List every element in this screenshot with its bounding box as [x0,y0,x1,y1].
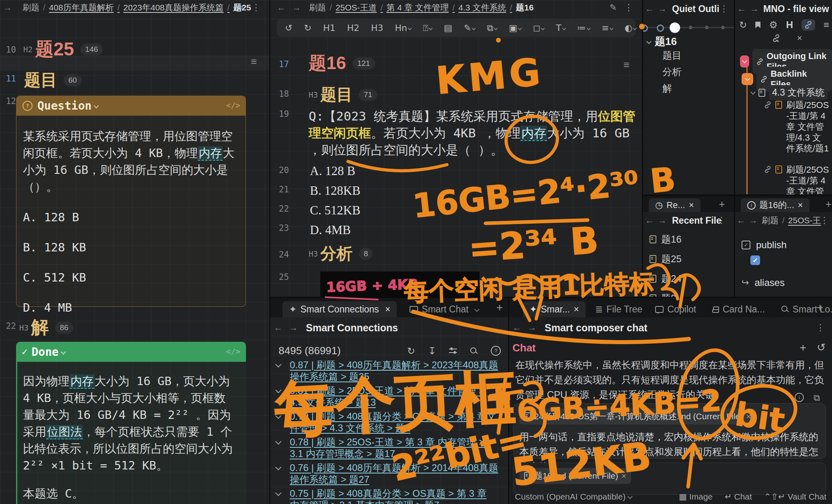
more-options-icon[interactable]: ⋮ [819,4,828,14]
forward-icon[interactable]: → [748,4,761,14]
list-icon[interactable]: ≡ [824,19,829,31]
remove-chip-icon[interactable]: × [746,412,751,421]
outline-root-row[interactable]: 题16 [647,35,677,49]
result-link[interactable]: 0.81 | 刷题 > 25OS-王道 > 第 4 章 文件管理 > 4.3 文… [290,385,499,408]
breadcrumb-segment[interactable]: 25OS-王 [788,216,821,225]
term-highlight[interactable]: 内存 [521,126,547,141]
outline-drag-icon[interactable]: ≡ [623,59,629,71]
heading-toggle-icon[interactable]: H [786,19,793,31]
history-icon[interactable]: ↺ [817,341,826,354]
vault-chat-action[interactable]: ⌃⇧↵ Vault Chat [764,492,826,502]
file-node[interactable]: 4.3 文件系统 [751,85,828,100]
close-icon[interactable]: × [385,304,390,315]
breadcrumb-segment[interactable]: 4.3 文件系统 [458,3,516,12]
remove-chip-icon[interactable]: × [621,471,626,481]
new-tab-icon[interactable]: + [817,301,823,314]
collapse-icon[interactable]: × [797,33,802,43]
forward-icon[interactable]: → [656,215,669,226]
breadcrumb-segment[interactable]: 第 4 章 文件管理 [386,3,458,12]
tab-smart-connections[interactable]: ✦ Smart Connections × [283,301,397,317]
filter-icon[interactable] [449,348,457,354]
more-options-icon[interactable]: ⋮ [624,2,633,13]
chevron-down-icon[interactable] [750,90,756,95]
outline-item[interactable]: 解 [662,82,682,95]
connection-result-item[interactable]: 0.79 | 刷题 > 408真题分类 > OS真题 > 第 4 章文件管理 >… [276,410,505,434]
chevron-down-icon[interactable] [276,462,290,469]
property-aliases[interactable]: ↪ aliases [742,277,785,288]
more-options-icon[interactable]: ⋮ [719,4,728,14]
chevron-down-icon[interactable] [276,488,290,495]
connection-result-item[interactable]: 0.78 | 刷题 > 25OS-王道 > 第 3 章 内存管理 > 3.1 内… [276,436,505,459]
forward-icon[interactable]: → [0,2,15,13]
tab-file-properties[interactable]: i 题16的... × [741,198,809,212]
link-mode-icon[interactable] [801,19,815,31]
tab-recent[interactable]: ◷ Re... × [649,198,701,212]
chevron-down-icon[interactable] [276,359,290,367]
outline-drag-icon[interactable]: ≡ [251,55,257,68]
back-icon[interactable]: ← [735,4,748,14]
toolbar-button[interactable]: ≔ [577,23,590,33]
term-highlight[interactable]: 内存 [198,146,223,161]
backlink-path[interactable]: 刷题/25OS-王道/第 4 章 文件管理/4.3 文件系统/题1 [786,100,830,154]
toolbar-button[interactable]: ▤ [444,23,452,33]
more-options-icon[interactable]: ⋮ [252,2,260,13]
tab-copilot[interactable]: Copilot [649,301,703,317]
breadcrumb-segment[interactable]: 408历年真题解析 [49,3,123,12]
toolbar-button[interactable]: ≡ [602,23,613,33]
term-highlight[interactable]: 位图法 [46,425,83,439]
recent-item[interactable]: 题16 [650,233,682,246]
bookmark-icon[interactable] [755,22,760,28]
forward-icon[interactable]: → [747,215,759,226]
toolbar-button[interactable]: T [556,23,565,33]
chevron-down-icon[interactable] [276,385,290,392]
refresh-icon[interactable]: ↻ [407,345,415,357]
recent-item[interactable]: 题24 [650,272,682,285]
toolbar-button[interactable]: H3 [371,23,383,33]
breadcrumb-segment[interactable]: 25OS-王道 [336,3,387,12]
toolbar-button[interactable]: ⧉ [487,23,497,33]
toolbar-button[interactable]: ↺ [285,23,292,33]
chat-input-card[interactable]: 题16.md (Current File) × [513,463,826,495]
code-edit-icon[interactable]: </> [226,347,240,356]
toolbar-button[interactable]: ⍰ [423,23,432,33]
chevron-down-icon[interactable] [276,410,290,418]
backlink-item[interactable]: 刷题/25OS-王道/第 4 章 文件管理/4.3 文件系统/题2 [764,164,830,194]
settings-icon[interactable]: ⚙ [769,19,778,31]
close-icon[interactable]: × [574,304,579,315]
incoming-link-icon[interactable] [772,34,780,42]
context-file-chip[interactable]: 题16.md (Current File) × [519,468,631,484]
connection-result-item[interactable]: 0.75 | 刷题 > 408真题分类 > OS真题 > 第 3 章 内存管理 … [276,488,505,504]
new-tab-icon[interactable]: + [719,198,725,210]
term-highlight[interactable]: 内存 [70,374,94,389]
tab-card-navigator[interactable]: Card Na... [706,301,771,317]
image-action[interactable]: ▦ Image [679,492,713,502]
forward-icon[interactable]: → [656,4,669,14]
breadcrumb-segment[interactable]: 刷题 [23,3,49,12]
question-callout-header[interactable]: ? Question </> [16,96,246,116]
property-publish[interactable]: ✓ publish [742,239,787,251]
breadcrumb-segment[interactable]: 2023年408真题操作系统篇 [123,3,234,12]
chat-action[interactable]: ↵ Chat [725,492,752,502]
toolbar-button[interactable]: H1 [323,23,336,33]
new-tab-icon[interactable]: + [826,198,832,210]
more-options-icon[interactable]: ⋮ [717,215,726,226]
depth-slider[interactable] [643,24,734,31]
back-icon[interactable]: ← [274,2,289,13]
context-file-chip[interactable]: 24考研408-OS第一章-计算机系统概述.md (Current File) … [519,408,756,424]
toolbar-button[interactable]: ▣ [509,23,521,33]
tab-smart-composer[interactable]: ✦ Smar... × [523,301,586,317]
toolbar-button[interactable]: H2 [347,23,359,33]
tab-file-tree[interactable]: ≣ File Tree [589,301,649,317]
toolbar-button[interactable]: ◐ [625,23,636,33]
slider-thumb[interactable] [670,22,680,33]
model-selector[interactable]: Custom (OpenAI Compatible) [515,492,632,502]
breadcrumb-segment[interactable]: 刷题 [309,3,336,12]
backlink-path[interactable]: 刷题/25OS-王道/第 4 章 文件管理/4.3 文件系统/题2 [786,164,830,194]
result-link[interactable]: 0.87 | 刷题 > 408历年真题解析 > 2023年408真题操作系统篇 … [290,359,499,382]
chevron-down-icon[interactable] [646,39,652,44]
search-icon[interactable] [470,347,478,355]
connection-result-item[interactable]: 0.81 | 刷题 > 25OS-王道 > 第 4 章 文件管理 > 4.3 文… [276,385,505,408]
backlink-item[interactable]: 刷题/25OS-王道/第 4 章 文件管理/4.3 文件系统/题1 [764,100,830,154]
breadcrumb-segment[interactable]: 题16 [516,3,533,12]
outline-item[interactable]: 题目 [662,49,682,62]
